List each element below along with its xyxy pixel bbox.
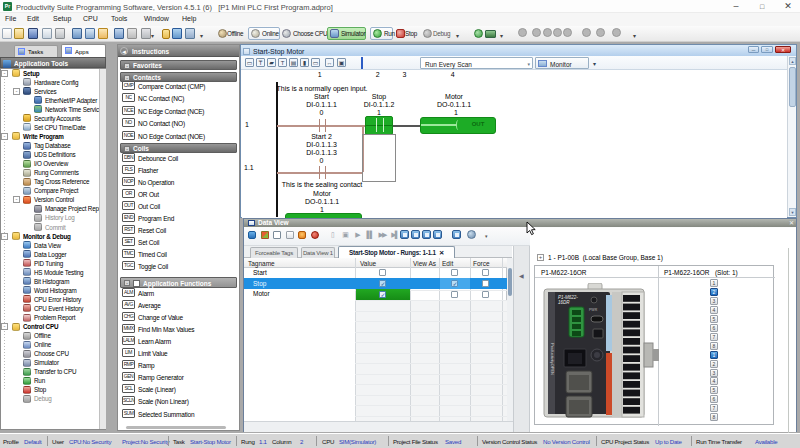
svg-text:16DR: 16DR <box>558 300 570 305</box>
svg-text:ProductivityOPEN: ProductivityOPEN <box>550 343 555 375</box>
svg-text:PWR: PWR <box>589 308 598 312</box>
